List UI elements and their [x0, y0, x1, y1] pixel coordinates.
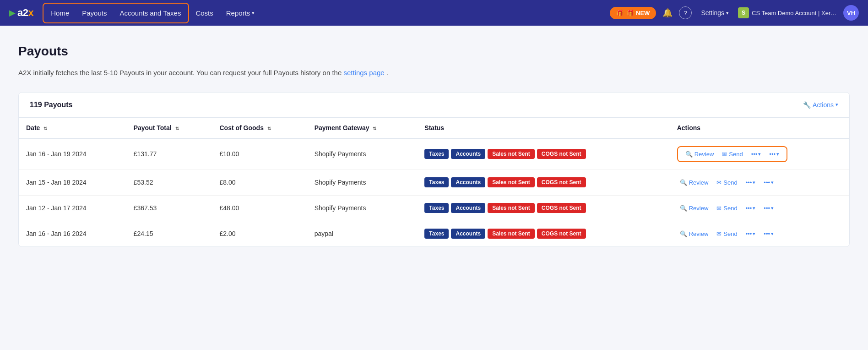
more-options-button[interactable]: ••• ▾ — [749, 149, 764, 159]
table-head: Date ⇅ Payout Total ⇅ Cost of Goods ⇅ Pa… — [19, 118, 849, 138]
nav-link-home[interactable]: Home — [44, 5, 76, 21]
more-chevron-icon: ▾ — [758, 151, 761, 157]
cell-payout-total: £367.53 — [126, 195, 212, 221]
more-options-button-2[interactable]: ••• ▾ — [766, 149, 782, 159]
search-icon: 🔍 — [680, 205, 687, 212]
nav-link-accounts-taxes[interactable]: Accounts and Taxes — [113, 5, 187, 21]
more-chevron-icon-2: ▾ — [776, 151, 779, 157]
search-icon: 🔍 — [680, 179, 687, 186]
gateway-sort-icon: ⇅ — [373, 126, 376, 131]
cell-payment-gateway: paypal — [307, 221, 418, 246]
more-options-button[interactable]: ••• ▾ — [743, 177, 759, 188]
status-badge: COGS not Sent — [537, 203, 586, 213]
more-chevron-icon-2: ▾ — [771, 205, 774, 211]
nav-link-payouts[interactable]: Payouts — [76, 5, 113, 21]
nav-link-costs[interactable]: Costs — [189, 5, 219, 21]
cell-actions: 🔍 Review ✉ Send ••• ▾ ••• ▾ — [670, 221, 849, 246]
cell-status: TaxesAccountsSales not SentCOGS not Sent — [417, 170, 669, 195]
col-status: Status — [417, 118, 669, 138]
dots-icon: ••• — [746, 205, 752, 212]
review-button[interactable]: 🔍 Review — [677, 229, 711, 239]
cell-payment-gateway: Shopify Payments — [307, 170, 418, 195]
reports-chevron-icon: ▾ — [252, 10, 255, 16]
bell-icon: 🔔 — [662, 8, 673, 17]
search-icon: 🔍 — [680, 230, 687, 237]
nav-links: Costs Reports ▾ — [189, 5, 610, 21]
payouts-table-card: 119 Payouts 🔧 Actions ▾ Date ⇅ Payout To… — [18, 92, 850, 247]
cell-cost-of-goods: £2.00 — [212, 221, 307, 246]
more-options-button-2[interactable]: ••• ▾ — [761, 203, 776, 213]
send-button[interactable]: ✉ Send — [714, 177, 740, 188]
cell-payment-gateway: Shopify Payments — [307, 195, 418, 221]
col-date[interactable]: Date ⇅ — [19, 118, 126, 138]
more-options-button[interactable]: ••• ▾ — [743, 229, 759, 239]
dots-icon-2: ••• — [764, 230, 770, 237]
status-badge: Accounts — [451, 177, 485, 187]
status-badge: COGS not Sent — [537, 229, 586, 239]
more-options-button-2[interactable]: ••• ▾ — [761, 229, 776, 239]
more-chevron-icon-2: ▾ — [771, 180, 774, 186]
table-actions-dropdown[interactable]: 🔧 Actions ▾ — [803, 101, 838, 109]
review-button[interactable]: 🔍 Review — [677, 203, 711, 213]
status-badge: Taxes — [424, 149, 449, 159]
dots-icon-2: ••• — [764, 179, 770, 186]
settings-chevron-icon: ▾ — [726, 10, 729, 16]
wrench-icon: 🔧 — [803, 101, 811, 109]
dots-icon-2: ••• — [764, 205, 770, 212]
cell-actions: 🔍 Review ✉ Send ••• ▾ ••• ▾ — [670, 195, 849, 221]
more-options-button[interactable]: ••• ▾ — [743, 203, 759, 213]
avatar[interactable]: VH — [843, 5, 859, 21]
main-nav: ▶ a2x Home Payouts Accounts and Taxes Co… — [0, 0, 868, 26]
gift-icon: 🎁 — [616, 10, 624, 16]
col-payment-gateway[interactable]: Payment Gateway ⇅ — [307, 118, 418, 138]
payouts-table: Date ⇅ Payout Total ⇅ Cost of Goods ⇅ Pa… — [19, 118, 849, 246]
status-badge: COGS not Sent — [537, 177, 586, 187]
col-actions: Actions — [670, 118, 849, 138]
review-button[interactable]: 🔍 Review — [677, 177, 711, 188]
nav-right: 🎁 🎁 NEW 🔔 ? Settings ▾ S CS Team Demo Ac… — [610, 5, 859, 21]
table-row: Jan 16 - Jan 19 2024£131.77£10.00Shopify… — [19, 138, 849, 170]
cell-date: Jan 15 - Jan 18 2024 — [19, 170, 126, 195]
more-chevron-icon: ▾ — [753, 231, 755, 237]
cell-status: TaxesAccountsSales not SentCOGS not Sent — [417, 221, 669, 246]
help-button[interactable]: ? — [679, 6, 692, 19]
table-row: Jan 16 - Jan 16 2024£24.15£2.00paypalTax… — [19, 221, 849, 246]
page-title: Payouts — [18, 44, 850, 59]
more-chevron-icon: ▾ — [753, 205, 755, 211]
dots-icon-2: ••• — [769, 151, 776, 158]
notifications-button[interactable]: 🔔 — [661, 6, 674, 20]
col-cost-of-goods[interactable]: Cost of Goods ⇅ — [212, 118, 307, 138]
status-badge: Sales not Sent — [488, 177, 535, 187]
table-body: Jan 16 - Jan 19 2024£131.77£10.00Shopify… — [19, 138, 849, 246]
settings-button[interactable]: Settings ▾ — [696, 6, 733, 19]
status-badge: Accounts — [451, 229, 485, 239]
status-badge: COGS not Sent — [537, 149, 586, 159]
send-button[interactable]: ✉ Send — [714, 229, 740, 239]
dots-icon: ••• — [751, 151, 758, 158]
new-button[interactable]: 🎁 🎁 NEW — [610, 7, 656, 19]
cell-payout-total: £53.52 — [126, 170, 212, 195]
review-button[interactable]: 🔍 Review — [683, 149, 717, 159]
col-payout-total[interactable]: Payout Total ⇅ — [126, 118, 212, 138]
table-row: Jan 15 - Jan 18 2024£53.52£8.00Shopify P… — [19, 170, 849, 195]
actions-chevron-icon: ▾ — [835, 102, 838, 108]
question-icon: ? — [684, 10, 687, 16]
dots-icon: ••• — [746, 179, 752, 186]
logo-text: a2x — [17, 7, 33, 19]
cell-cost-of-goods: £48.00 — [212, 195, 307, 221]
send-button[interactable]: ✉ Send — [714, 203, 740, 213]
settings-page-link[interactable]: settings page — [343, 69, 384, 77]
action-buttons: 🔍 Review ✉ Send ••• ▾ ••• ▾ — [677, 146, 787, 162]
more-options-button-2[interactable]: ••• ▾ — [761, 177, 776, 188]
cell-status: TaxesAccountsSales not SentCOGS not Sent — [417, 138, 669, 170]
send-button[interactable]: ✉ Send — [719, 149, 745, 159]
status-badge: Accounts — [451, 203, 485, 213]
status-badge: Taxes — [424, 229, 449, 239]
payout-sort-icon: ⇅ — [175, 126, 179, 131]
store-selector[interactable]: S CS Team Demo Account | Xero UK | Sho..… — [738, 7, 839, 18]
nav-highlighted-group: Home Payouts Accounts and Taxes — [43, 3, 189, 23]
main-content: Payouts A2X initially fetches the last 5… — [0, 26, 868, 265]
cell-actions: 🔍 Review ✉ Send ••• ▾ ••• ▾ — [670, 138, 849, 170]
nav-link-reports[interactable]: Reports ▾ — [220, 5, 261, 21]
logo[interactable]: ▶ a2x — [9, 7, 33, 19]
